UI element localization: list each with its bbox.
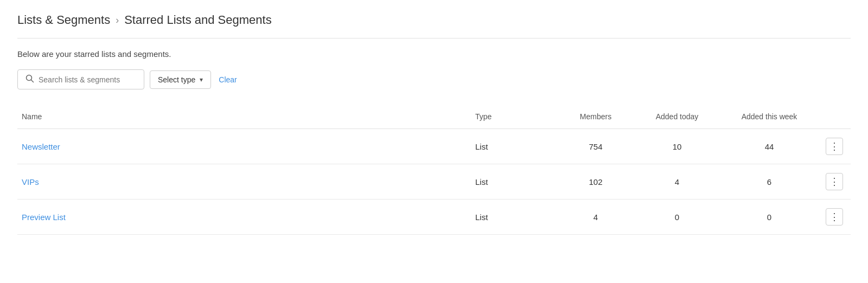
page-subtitle: Below are your starred lists and segment… bbox=[17, 49, 851, 59]
col-header-members: Members bbox=[558, 110, 634, 123]
table-header: Name Type Members Added today Added this… bbox=[17, 105, 851, 129]
svg-line-1 bbox=[31, 80, 34, 82]
chevron-down-icon: ▾ bbox=[200, 76, 203, 83]
cell-members-2: 4 bbox=[558, 204, 634, 230]
cell-name-0[interactable]: Newsletter bbox=[17, 133, 471, 160]
page-container: Lists & Segments › Starred Lists and Seg… bbox=[0, 0, 868, 248]
search-input[interactable] bbox=[39, 75, 136, 84]
col-header-type: Type bbox=[471, 110, 558, 123]
breadcrumb-separator: › bbox=[116, 15, 119, 26]
table-body: Newsletter List 754 10 44 ⋮ VIPs List 10… bbox=[17, 129, 851, 235]
col-header-name: Name bbox=[17, 110, 471, 123]
table-container: Name Type Members Added today Added this… bbox=[17, 105, 851, 235]
cell-name-1[interactable]: VIPs bbox=[17, 169, 471, 195]
col-header-added-week: Added this week bbox=[720, 110, 818, 123]
select-type-label: Select type bbox=[158, 75, 195, 84]
kebab-menu-button-2[interactable]: ⋮ bbox=[826, 208, 843, 226]
header-divider bbox=[17, 38, 851, 38]
cell-actions-0: ⋮ bbox=[818, 129, 851, 164]
breadcrumb: Lists & Segments › Starred Lists and Seg… bbox=[17, 13, 851, 27]
breadcrumb-current: Starred Lists and Segments bbox=[124, 13, 271, 27]
select-type-button[interactable]: Select type ▾ bbox=[150, 70, 211, 89]
table-row: Preview List List 4 0 0 ⋮ bbox=[17, 200, 851, 235]
cell-name-2[interactable]: Preview List bbox=[17, 204, 471, 230]
clear-button[interactable]: Clear bbox=[216, 75, 239, 84]
kebab-menu-button-0[interactable]: ⋮ bbox=[826, 138, 843, 155]
cell-type-2: List bbox=[471, 204, 558, 230]
cell-added-week-0: 44 bbox=[720, 133, 818, 160]
cell-members-1: 102 bbox=[558, 169, 634, 195]
search-icon bbox=[25, 74, 34, 85]
cell-actions-2: ⋮ bbox=[818, 200, 851, 234]
kebab-menu-button-1[interactable]: ⋮ bbox=[826, 173, 843, 190]
cell-type-1: List bbox=[471, 169, 558, 195]
cell-added-week-2: 0 bbox=[720, 204, 818, 230]
cell-added-today-0: 10 bbox=[634, 133, 720, 160]
cell-type-0: List bbox=[471, 133, 558, 160]
col-header-actions bbox=[818, 110, 851, 123]
cell-actions-1: ⋮ bbox=[818, 164, 851, 199]
cell-added-today-1: 4 bbox=[634, 169, 720, 195]
cell-added-today-2: 0 bbox=[634, 204, 720, 230]
col-header-added-today: Added today bbox=[634, 110, 720, 123]
table-row: Newsletter List 754 10 44 ⋮ bbox=[17, 129, 851, 164]
cell-added-week-1: 6 bbox=[720, 169, 818, 195]
filter-bar: Select type ▾ Clear bbox=[17, 69, 851, 89]
cell-members-0: 754 bbox=[558, 133, 634, 160]
table-row: VIPs List 102 4 6 ⋮ bbox=[17, 164, 851, 200]
breadcrumb-parent[interactable]: Lists & Segments bbox=[17, 13, 110, 27]
search-box[interactable] bbox=[17, 69, 144, 89]
